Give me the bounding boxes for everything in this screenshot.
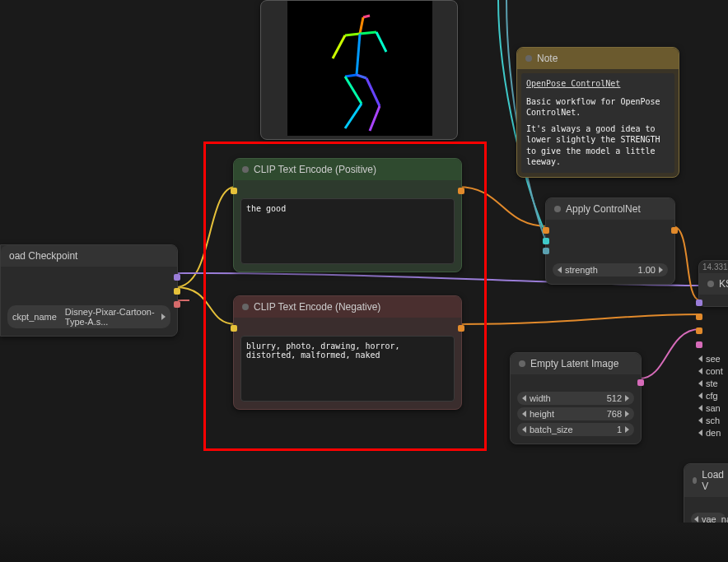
port-ks-model-in[interactable] (696, 300, 702, 306)
ks-in-seed[interactable]: see (706, 354, 721, 364)
apply-controlnet-title: Apply ControlNet (566, 203, 641, 215)
ks-in-steps[interactable]: ste (706, 379, 718, 388)
width-value: 512 (607, 393, 622, 403)
strength-value: 1.00 (638, 265, 656, 275)
node-collapse-dot[interactable] (519, 360, 525, 367)
svg-line-0 (363, 16, 370, 17)
ksampler-widget-inputs: see cont ste cfg san sch den (698, 351, 723, 440)
port-vae-out[interactable] (174, 301, 180, 308)
load-checkpoint-node[interactable]: oad Checkpoint ckpt_name Disney-Pixar-Ca… (0, 244, 178, 337)
note-line1: Basic workflow for OpenPose ControlNet. (526, 96, 670, 118)
svg-line-3 (333, 35, 345, 58)
port-clip-pos-in[interactable] (231, 188, 237, 194)
ckpt-name-value: Disney-Pixar-Cartoon-Type-A.s... (65, 307, 161, 327)
strength-label: strength (565, 265, 598, 275)
arrow-left-icon (698, 405, 702, 411)
svg-line-10 (357, 75, 366, 78)
height-param[interactable]: height 768 (517, 407, 634, 420)
note-heading: OpenPose ControlNet (526, 78, 670, 90)
arrow-left-icon (698, 430, 702, 436)
arrow-left-icon (522, 395, 526, 402)
height-label: height (530, 409, 554, 419)
clip-text-encode-negative-node[interactable]: CLIP Text Encode (Negative) (233, 295, 462, 410)
svg-line-6 (357, 34, 360, 75)
arrow-right-icon (625, 411, 629, 417)
node-collapse-dot[interactable] (525, 55, 532, 62)
svg-line-12 (370, 106, 380, 131)
clip-neg-title: CLIP Text Encode (Negative) (254, 301, 380, 313)
batchsize-param[interactable]: batch_size 1 (517, 423, 634, 436)
arrow-right-icon (625, 395, 629, 402)
batchsize-value: 1 (617, 425, 622, 434)
port-model-out[interactable] (174, 274, 180, 281)
ks-in-cfg[interactable]: cfg (706, 391, 718, 401)
clip-neg-text-input[interactable] (240, 336, 455, 402)
svg-line-9 (345, 104, 362, 128)
ks-in-control[interactable]: cont (706, 366, 723, 376)
port-cn-controlnet-in[interactable] (543, 238, 549, 244)
node-graph-canvas[interactable]: Note OpenPose ControlNet Basic workflow … (0, 0, 728, 562)
arrow-left-icon (698, 380, 702, 387)
ksampler-time: 14.331s (699, 261, 728, 273)
port-conditioning-pos-out[interactable] (458, 188, 464, 194)
arrow-left-icon (558, 267, 562, 273)
apply-controlnet-node[interactable]: Apply ControlNet strength 1.00 (545, 197, 675, 285)
node-collapse-dot[interactable] (693, 477, 697, 484)
arrow-left-icon (694, 516, 698, 523)
port-ks-positive-in[interactable] (696, 314, 702, 320)
port-cn-image-in[interactable] (543, 248, 549, 254)
arrow-right-icon (625, 426, 629, 433)
arrow-left-icon (698, 355, 702, 362)
svg-line-5 (376, 32, 386, 52)
clip-pos-text-input[interactable] (240, 198, 455, 264)
svg-line-2 (345, 34, 360, 35)
arrow-left-icon (698, 417, 702, 424)
arrow-right-icon (161, 314, 166, 320)
ks-in-sampler[interactable]: san (706, 403, 721, 413)
openpose-preview-image (287, 1, 432, 136)
port-cn-conditioning-in[interactable] (543, 227, 549, 234)
svg-line-1 (360, 17, 363, 34)
node-collapse-dot[interactable] (242, 166, 249, 173)
arrow-left-icon (522, 426, 526, 433)
svg-line-8 (345, 77, 362, 104)
node-collapse-dot[interactable] (707, 281, 714, 287)
port-cn-conditioning-out[interactable] (671, 227, 678, 234)
port-clip-neg-in[interactable] (231, 325, 237, 332)
clip-pos-title: CLIP Text Encode (Positive) (254, 164, 376, 175)
empty-latent-title: Empty Latent Image (530, 358, 618, 369)
load-checkpoint-title: oad Checkpoint (9, 250, 77, 262)
port-ks-negative-in[interactable] (696, 327, 702, 334)
svg-line-4 (360, 32, 376, 34)
empty-latent-image-node[interactable]: Empty Latent Image width 512 height 768 … (510, 352, 642, 444)
height-value: 768 (607, 409, 622, 419)
port-ks-latent-in[interactable] (696, 341, 702, 348)
node-collapse-dot[interactable] (242, 304, 249, 310)
bottom-bar (0, 523, 728, 562)
ks-in-denoise[interactable]: den (706, 428, 721, 438)
svg-line-7 (345, 75, 357, 77)
ksampler-title: KSa (719, 278, 728, 290)
strength-param[interactable]: strength 1.00 (553, 263, 668, 276)
port-clip-out[interactable] (174, 288, 180, 295)
ckpt-name-param[interactable]: ckpt_name Disney-Pixar-Cartoon-Type-A.s.… (7, 305, 170, 328)
clip-text-encode-positive-node[interactable]: CLIP Text Encode (Positive) (233, 158, 462, 272)
ks-in-scheduler[interactable]: sch (706, 416, 720, 425)
load-vae-title: Load V (702, 469, 724, 492)
ckpt-name-label: ckpt_name (12, 312, 57, 322)
image-preview-node[interactable] (260, 0, 458, 140)
width-label: width (530, 393, 551, 403)
port-latent-out[interactable] (637, 379, 644, 386)
ksampler-node[interactable]: 14.331s KSa (698, 260, 728, 307)
node-collapse-dot[interactable] (554, 206, 561, 212)
arrow-right-icon (659, 267, 663, 273)
batchsize-label: batch_size (530, 425, 573, 434)
arrow-left-icon (698, 368, 702, 374)
arrow-left-icon (522, 411, 526, 417)
note-title: Note (537, 53, 558, 64)
width-param[interactable]: width 512 (517, 392, 634, 405)
port-conditioning-neg-out[interactable] (458, 325, 464, 332)
arrow-left-icon (698, 392, 702, 399)
note-line2: It's always a good idea to lower slightl… (526, 123, 670, 168)
note-node[interactable]: Note OpenPose ControlNet Basic workflow … (516, 47, 679, 178)
